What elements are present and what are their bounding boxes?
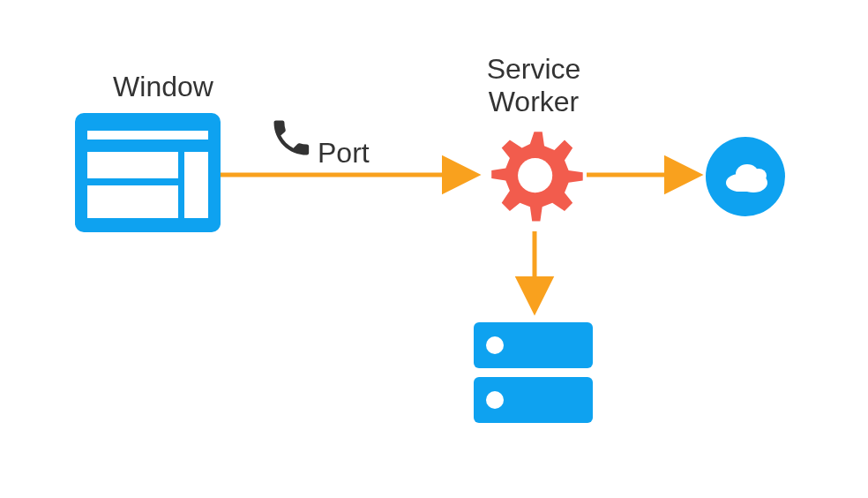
port-label: Port xyxy=(318,137,406,170)
diagram-canvas: Window Service Worker Port xyxy=(0,0,868,498)
svg-rect-2 xyxy=(87,152,178,178)
svg-rect-4 xyxy=(87,185,178,218)
svg-point-5 xyxy=(518,158,552,192)
svg-rect-1 xyxy=(87,131,208,140)
phone-icon xyxy=(268,115,314,164)
service-worker-label-line2: Worker xyxy=(489,86,580,117)
service-worker-label: Service Worker xyxy=(454,53,613,118)
arrow-serviceworker-to-storage xyxy=(528,231,545,320)
gear-icon xyxy=(483,124,585,229)
arrow-serviceworker-to-cloud xyxy=(587,168,710,185)
svg-rect-3 xyxy=(184,152,208,218)
cloud-icon xyxy=(706,137,785,220)
svg-point-13 xyxy=(486,336,504,354)
window-label: Window xyxy=(84,71,243,103)
svg-point-15 xyxy=(486,391,504,409)
arrow-window-to-serviceworker xyxy=(221,168,485,185)
svg-rect-11 xyxy=(732,179,764,192)
window-icon xyxy=(75,113,221,236)
storage-icon xyxy=(474,322,593,427)
service-worker-label-line1: Service xyxy=(487,53,581,85)
